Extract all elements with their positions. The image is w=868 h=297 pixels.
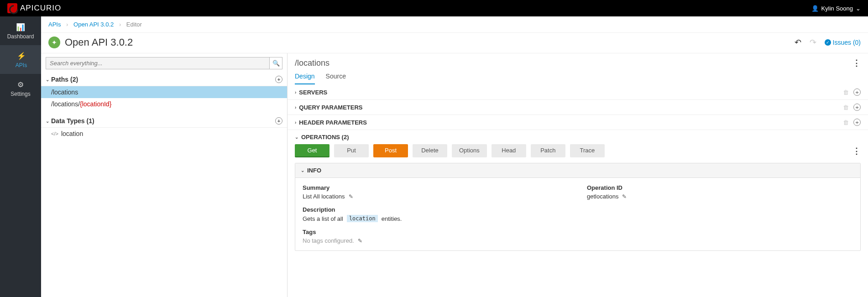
info-header-label: INFO — [307, 167, 321, 174]
delete-query-param-button[interactable]: 🗑 — [843, 104, 849, 111]
top-bar: APICURIO 👤 Kylin Soong ⌄ — [0, 0, 868, 16]
edit-opid-button[interactable]: ✎ — [622, 193, 627, 200]
brand-logo-icon — [7, 3, 17, 13]
field-summary: Summary List All locations ✎ — [303, 184, 569, 200]
breadcrumb-api-name[interactable]: Open API 3.0.2 — [73, 21, 114, 28]
breadcrumb-sep: › — [66, 21, 68, 28]
section-operations: ⌄OPERATIONS (2) — [288, 130, 868, 144]
path-actions-menu[interactable]: ⋮ — [852, 58, 861, 68]
user-name: Kylin Soong — [821, 5, 853, 12]
brand-name: APICURIO — [20, 4, 61, 13]
title-bar: ✦ Open API 3.0.2 ↶ ↷ ✓ Issues (0) — [41, 33, 868, 53]
section-header-params: ›HEADER PARAMETERS 🗑 + — [288, 115, 868, 130]
issues-indicator[interactable]: ✓ Issues (0) — [825, 39, 861, 46]
tags-value: No tags configured. — [303, 237, 354, 244]
chevron-down-icon: ⌄ — [46, 77, 49, 82]
chevron-right-icon: › — [295, 90, 296, 95]
api-icon: ✦ — [48, 36, 60, 48]
sidenav-item-settings[interactable]: ⚙ Settings — [0, 74, 41, 103]
detail-path-title: /locations — [295, 58, 329, 68]
gear-icon: ⚙ — [2, 80, 39, 89]
user-icon: 👤 — [811, 5, 819, 12]
breadcrumb-apis[interactable]: APIs — [48, 21, 61, 28]
path-prefix: /locations/ — [51, 100, 80, 108]
code-icon: </> — [51, 131, 58, 136]
op-tab-patch[interactable]: Patch — [531, 144, 565, 157]
paths-section-header[interactable]: ⌄Paths (2) + — [41, 73, 287, 86]
desc-suffix: entities. — [382, 215, 402, 222]
sidenav-label: Settings — [10, 91, 30, 97]
delete-server-button[interactable]: 🗑 — [843, 89, 849, 96]
desc-label: Description — [303, 206, 853, 213]
summary-label: Summary — [303, 184, 569, 191]
op-tab-trace[interactable]: Trace — [570, 144, 605, 157]
op-tab-options[interactable]: Options — [452, 144, 487, 157]
add-path-button[interactable]: + — [275, 76, 282, 83]
op-tab-delete[interactable]: Delete — [413, 144, 447, 157]
datatype-name: location — [61, 130, 83, 137]
desc-chip: location — [347, 215, 378, 222]
add-server-button[interactable]: + — [853, 89, 861, 96]
datatypes-header-label: Data Types (1) — [51, 117, 94, 125]
undo-button[interactable]: ↶ — [795, 37, 801, 47]
operation-tabs: Get Put Post Delete Options Head Patch T… — [295, 144, 605, 157]
dashboard-icon: 📊 — [2, 23, 39, 31]
brand[interactable]: APICURIO — [7, 3, 61, 13]
path-text: /locations — [51, 89, 78, 96]
summary-value: List All locations — [303, 193, 345, 200]
field-operation-id: Operation ID getlocations ✎ — [587, 184, 853, 200]
breadcrumb: APIs › Open API 3.0.2 › Editor — [41, 16, 868, 33]
paths-header-label: Paths (2) — [51, 76, 78, 83]
info-header[interactable]: ⌄ INFO — [295, 163, 860, 178]
path-param: {locationId} — [80, 100, 111, 108]
op-tab-put[interactable]: Put — [334, 144, 369, 157]
add-query-param-button[interactable]: + — [853, 104, 861, 111]
path-item-locations[interactable]: /locations — [41, 86, 287, 98]
section-label: QUERY PARAMETERS — [299, 104, 362, 111]
search-box: 🔍 — [46, 57, 282, 69]
tags-label: Tags — [303, 229, 853, 235]
section-label: OPERATIONS (2) — [301, 134, 349, 141]
chevron-down-icon: ⌄ — [46, 119, 49, 124]
op-tab-get[interactable]: Get — [295, 144, 329, 157]
search-input[interactable] — [46, 57, 269, 69]
sidenav-item-apis[interactable]: ⚡ APIs — [0, 45, 41, 74]
search-icon: 🔍 — [272, 60, 280, 67]
bolt-icon: ⚡ — [3, 52, 39, 60]
op-tab-head[interactable]: Head — [492, 144, 526, 157]
edit-tags-button[interactable]: ✎ — [358, 238, 362, 244]
issues-label: Issues (0) — [833, 39, 861, 46]
opid-label: Operation ID — [587, 184, 853, 191]
sidenav-label: APIs — [16, 62, 27, 68]
add-datatype-button[interactable]: + — [275, 117, 282, 125]
chevron-right-icon: › — [295, 105, 296, 110]
user-menu[interactable]: 👤 Kylin Soong ⌄ — [811, 5, 861, 12]
side-nav: 📊 Dashboard ⚡ APIs ⚙ Settings — [0, 16, 41, 297]
info-panel: ⌄ INFO Summary List All locations ✎ — [295, 163, 861, 251]
edit-summary-button[interactable]: ✎ — [349, 193, 353, 200]
sidenav-item-dashboard[interactable]: 📊 Dashboard — [0, 16, 41, 45]
search-button[interactable]: 🔍 — [269, 57, 282, 69]
redo-button[interactable]: ↷ — [810, 37, 816, 47]
master-panel: 🔍 ⌄Paths (2) + /locations /locations/{lo… — [41, 53, 288, 297]
tab-design[interactable]: Design — [295, 71, 315, 84]
sidenav-label: Dashboard — [7, 33, 34, 40]
add-header-param-button[interactable]: + — [853, 119, 861, 126]
section-label: SERVERS — [299, 89, 327, 96]
detail-panel: /locations ⋮ Design Source ›SERVERS 🗑 + … — [288, 53, 868, 297]
datatypes-section-header[interactable]: ⌄Data Types (1) + — [41, 115, 287, 128]
breadcrumb-sep: › — [119, 21, 121, 28]
operation-actions-menu[interactable]: ⋮ — [852, 146, 861, 156]
check-icon: ✓ — [825, 39, 831, 46]
tab-source[interactable]: Source — [326, 71, 346, 84]
path-item-locations-id[interactable]: /locations/{locationId} — [41, 98, 287, 110]
desc-prefix: Gets a list of all — [303, 215, 343, 222]
chevron-right-icon: › — [295, 120, 296, 125]
datatype-item-location[interactable]: </> location — [41, 128, 287, 140]
field-description: Description Gets a list of all location … — [303, 206, 853, 222]
op-tab-post[interactable]: Post — [373, 144, 408, 157]
section-label: HEADER PARAMETERS — [299, 119, 367, 126]
section-query-params: ›QUERY PARAMETERS 🗑 + — [288, 100, 868, 115]
delete-header-param-button[interactable]: 🗑 — [843, 119, 849, 126]
page-title: Open API 3.0.2 — [65, 36, 133, 48]
